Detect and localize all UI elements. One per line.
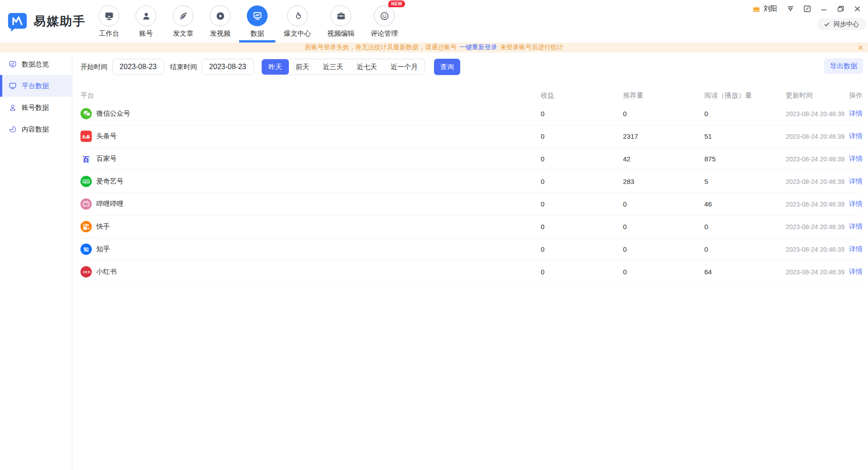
column-header: 推荐量 [623, 91, 704, 100]
sidebar-item-data-overview[interactable]: 数据总览 [0, 53, 72, 75]
recommend-value: 0 [623, 245, 704, 253]
updated-time: 2023-08-24 20:46:39 [786, 268, 849, 276]
quick-range-昨天[interactable]: 昨天 [262, 59, 289, 75]
recommend-value: 0 [623, 268, 704, 276]
revenue-value: 0 [541, 245, 623, 253]
query-button[interactable]: 查询 [434, 59, 460, 75]
export-data-button[interactable]: 导出数据 [824, 58, 863, 74]
detail-link[interactable]: 详情 [849, 109, 861, 118]
sidebar-item-content-data[interactable]: 内容数据 [0, 118, 72, 140]
recommend-value: 283 [623, 178, 704, 185]
reads-value: 46 [704, 200, 786, 208]
sidebar-item-platform-data[interactable]: 平台数据 [0, 75, 72, 97]
baijiahao-icon: 百 [80, 153, 92, 164]
recommend-value: 2317 [623, 132, 704, 140]
revenue-value: 0 [541, 200, 623, 208]
platform-name: 微信公众号 [96, 109, 130, 118]
nav-item-label: 爆文中心 [284, 29, 311, 38]
table-row-zhihu: 知知乎0002023-08-24 20:46:39详情 [80, 238, 861, 261]
quick-range-近一个月[interactable]: 近一个月 [384, 59, 425, 75]
reads-value: 0 [704, 245, 786, 253]
platform-name: 头条号 [96, 132, 117, 141]
table-row-bilibili: 哔哩哔哩00462023-08-24 20:46:39详情 [80, 193, 861, 216]
end-time-label: 结束时间 [170, 63, 197, 71]
platform-name: 哔哩哔哩 [96, 200, 123, 208]
detail-link[interactable]: 详情 [849, 177, 861, 186]
content-area: 开始时间 2023-08-23 结束时间 2023-08-23 昨天前天近三天近… [72, 52, 868, 470]
comment-icon [374, 5, 395, 26]
close-icon[interactable] [853, 4, 862, 13]
xiaohongshu-icon: 小红书 [80, 266, 92, 277]
nav-item-data[interactable]: 数据 [247, 0, 268, 42]
reads-value: 51 [704, 132, 786, 140]
notice-close-icon[interactable] [858, 42, 863, 52]
reads-value: 64 [704, 268, 786, 276]
platform-name: 百家号 [96, 155, 117, 163]
column-header: 阅读（播放）量 [704, 91, 786, 100]
platform-table: 平台收益推荐量阅读（播放）量更新时间操作 微信公众号0002023-08-24 … [80, 88, 861, 283]
filter-row: 开始时间 2023-08-23 结束时间 2023-08-23 昨天前天近三天近… [80, 59, 861, 75]
detail-link[interactable]: 详情 [849, 155, 861, 163]
nav-item-publish-article[interactable]: 发文章 [173, 0, 193, 42]
quick-range-前天[interactable]: 前天 [289, 59, 316, 75]
kuaishou-icon [80, 221, 92, 232]
updated-time: 2023-08-24 20:46:39 [786, 110, 849, 118]
user-box[interactable]: 刘阳 [752, 4, 777, 13]
sidebar-item-label: 账号数据 [22, 103, 49, 112]
sidebar-item-account-data[interactable]: 账号数据 [0, 97, 72, 118]
nav-item-comment-manage[interactable]: 评论管理NEW [371, 0, 398, 42]
column-header: 操作 [849, 91, 861, 100]
nav-item-publish-video[interactable]: 发视频 [210, 0, 231, 42]
updated-time: 2023-08-24 20:46:39 [786, 201, 849, 208]
relogin-link[interactable]: 一键重新登录 [459, 43, 497, 52]
detail-link[interactable]: 详情 [849, 200, 861, 208]
table-row-toutiao: 头条头条号02317512023-08-24 20:46:39详情 [80, 125, 861, 148]
detail-link[interactable]: 详情 [849, 222, 861, 231]
nav-item-video-edit[interactable]: 视频编辑 [327, 0, 354, 42]
svg-text:知: 知 [83, 246, 89, 253]
nav-item-account[interactable]: 账号 [136, 0, 156, 42]
sidebar-item-label: 数据总览 [22, 60, 49, 69]
svg-text:头条: 头条 [82, 135, 90, 139]
end-date-input[interactable]: 2023-08-23 [202, 59, 254, 75]
table-row-kuaishou: 快手0002023-08-24 20:46:39详情 [80, 216, 861, 238]
filter-icon[interactable] [786, 4, 795, 13]
svg-text:小红书: 小红书 [82, 271, 90, 274]
quick-range-group: 昨天前天近三天近七天近一个月 [261, 59, 425, 75]
minimize-icon[interactable] [819, 4, 828, 13]
new-badge: NEW [388, 0, 405, 7]
detail-link[interactable]: 详情 [849, 268, 861, 276]
column-header: 收益 [541, 91, 623, 100]
platform-cell: 快手 [80, 221, 541, 232]
revenue-value: 0 [541, 155, 623, 163]
revenue-value: 0 [541, 110, 623, 118]
nav-item-label: 评论管理 [371, 29, 398, 38]
sync-center-button[interactable]: 同步中心 [817, 18, 866, 30]
feedback-edit-icon[interactable] [802, 4, 811, 13]
recommend-value: 0 [623, 223, 704, 230]
side-account-data-icon [9, 103, 17, 112]
wechat-icon [80, 108, 92, 119]
quick-range-近三天[interactable]: 近三天 [316, 59, 350, 75]
revenue-value: 0 [541, 268, 623, 276]
notice-text-prefix: 若账号登录失效，将无法统计其最新数据，请通过账号 [305, 43, 457, 52]
maximize-restore-icon[interactable] [836, 4, 845, 13]
table-body: 微信公众号0002023-08-24 20:46:39详情头条头条号023175… [80, 103, 861, 283]
bilibili-icon [80, 198, 92, 210]
nav-item-hot-center[interactable]: 爆文中心 [284, 0, 311, 42]
revenue-value: 0 [541, 223, 623, 230]
recommend-value: 42 [623, 155, 704, 163]
table-row-xiaohongshu: 小红书小红书00642023-08-24 20:46:39详情 [80, 261, 861, 283]
recommend-value: 0 [623, 110, 704, 118]
table-row-iqiyi: iQIYI爱奇艺号028352023-08-24 20:46:39详情 [80, 170, 861, 193]
title-bar: 易媒助手 工作台账号发文章发视频数据爆文中心视频编辑评论管理NEW 刘阳 [0, 0, 868, 42]
pen-icon [173, 5, 193, 26]
updated-time: 2023-08-24 20:46:39 [786, 133, 849, 140]
reads-value: 0 [704, 110, 786, 118]
detail-link[interactable]: 详情 [849, 245, 861, 254]
detail-link[interactable]: 详情 [849, 132, 861, 141]
nav-item-workbench[interactable]: 工作台 [99, 0, 119, 42]
quick-range-近七天[interactable]: 近七天 [350, 59, 384, 75]
side-data-overview-icon [9, 60, 17, 68]
start-date-input[interactable]: 2023-08-23 [112, 59, 164, 75]
